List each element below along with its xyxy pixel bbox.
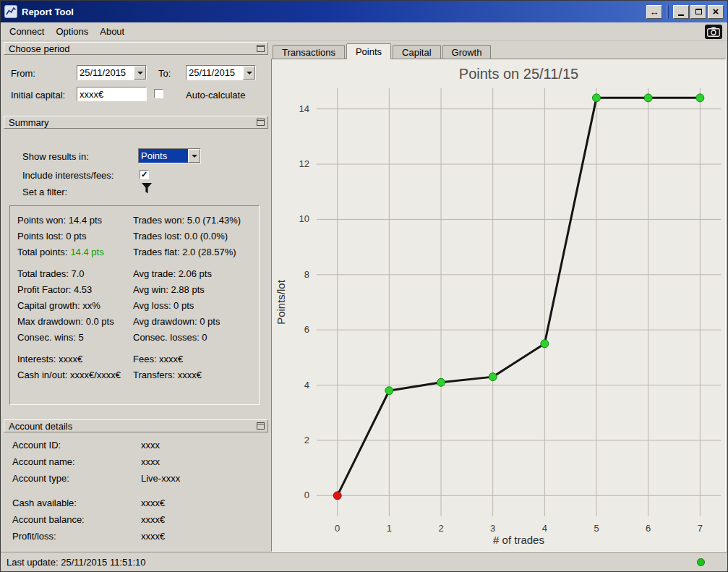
choose-period-title: Choose period (9, 43, 257, 54)
tab-points[interactable]: Points (346, 43, 391, 59)
svg-text:14: 14 (299, 103, 309, 114)
svg-text:2: 2 (304, 435, 309, 445)
account-name-value: xxxx (141, 456, 264, 467)
account-type-label: Account type: (12, 473, 141, 484)
summary-title: Summary (9, 117, 257, 128)
svg-text:# of trades: # of trades (493, 534, 544, 546)
stat-max-drawdown: Max drawdown: 0.0 pts (17, 316, 133, 327)
chart-tab-bar: Transactions Points Capital Growth (271, 43, 726, 59)
svg-text:12: 12 (299, 158, 309, 169)
menu-item-about[interactable]: About (94, 24, 130, 39)
account-type-value: Live-xxxx (141, 473, 264, 484)
profit-loss-label: Profit/loss: (12, 531, 141, 542)
from-date-dropdown-button[interactable] (134, 66, 146, 80)
stat-total-points-value: 14.4 pts (70, 247, 103, 257)
stat-profit-factor: Profit Factor: 4.53 (17, 284, 133, 295)
svg-text:Points/lot: Points/lot (275, 279, 287, 325)
stat-total-points-label: Total points: (17, 247, 67, 257)
stats-group-points: Points won: 14.4 pts Trades won: 5.0 (71… (17, 215, 253, 257)
choose-period-panel: Choose period From: 25/11/2015 To: 25/11… (4, 42, 268, 114)
maximize-button[interactable] (690, 5, 706, 19)
stat-avg-drawdown: Avg drawdown: 0 pts (133, 316, 253, 327)
menu-item-options[interactable]: Options (50, 24, 94, 39)
detach-icon: ↔ (650, 7, 659, 17)
float-panel-icon[interactable] (257, 45, 265, 52)
from-date-value: 25/11/2015 (77, 66, 134, 80)
tab-capital[interactable]: Capital (393, 45, 440, 59)
initial-capital-input[interactable] (77, 87, 147, 101)
include-fees-checkbox[interactable]: ✓ (140, 170, 149, 179)
detach-button[interactable]: ↔ (646, 5, 662, 19)
to-date-value: 25/11/2015 (187, 66, 243, 80)
stat-points-lost: Points lost: 0 pts (17, 231, 133, 242)
stats-group-averages: Total trades: 7.0 Avg trade: 2.06 pts Pr… (17, 268, 253, 343)
account-balance-value: xxxx€ (141, 514, 264, 525)
stats-group-cash: Interests: xxxx€ Fees: xxxx€ Cash in/out… (17, 354, 253, 380)
filter-icon[interactable] (141, 182, 153, 195)
account-balance-label: Account balance: (12, 514, 141, 525)
status-bar: Last update: 25/11/2015 11:51:10 (1, 552, 727, 571)
stat-points-won: Points won: 14.4 pts (17, 215, 133, 226)
to-date-dropdown-button[interactable] (243, 66, 255, 80)
show-results-dropdown-button[interactable] (188, 149, 200, 163)
minimize-icon (678, 14, 684, 16)
show-results-dropdown[interactable]: Points (138, 148, 201, 163)
to-date-dropdown[interactable]: 25/11/2015 (186, 65, 256, 80)
stat-consec-wins: Consec. wins: 5 (17, 332, 133, 343)
account-name-label: Account name: (12, 456, 141, 467)
tab-growth[interactable]: Growth (442, 45, 492, 59)
minimize-button[interactable] (673, 5, 689, 19)
screenshot-button[interactable] (705, 25, 722, 39)
svg-text:4: 4 (304, 380, 309, 390)
svg-text:10: 10 (299, 213, 309, 224)
auto-calculate-checkbox[interactable] (154, 89, 163, 98)
points-chart-panel: 0123456702468101214Points on 25/11/15# o… (271, 59, 726, 552)
stat-total-trades: Total trades: 7.0 (17, 268, 133, 279)
close-button[interactable]: × (708, 5, 724, 19)
stat-trades-flat: Trades flat: 2.0 (28.57%) (133, 247, 253, 257)
svg-text:1: 1 (387, 523, 392, 534)
from-date-dropdown[interactable]: 25/11/2015 (77, 65, 147, 80)
report-tool-window: Report Tool ↔ × Connect Options About Ch… (0, 0, 728, 572)
from-label: From: (11, 68, 35, 79)
stat-avg-loss: Avg loss: 0 pts (133, 300, 253, 311)
stat-avg-win: Avg win: 2.88 pts (133, 284, 253, 295)
svg-text:6: 6 (646, 523, 651, 534)
summary-header: Summary (4, 116, 268, 129)
svg-text:2: 2 (438, 523, 443, 534)
menu-bar: Connect Options About (1, 22, 727, 41)
auto-calculate-label: Auto-calculate (186, 90, 245, 101)
window-title: Report Tool (22, 7, 645, 17)
chevron-down-icon (192, 155, 197, 158)
cash-available-label: Cash available: (12, 498, 141, 508)
svg-text:4: 4 (542, 523, 547, 534)
float-panel-icon[interactable] (257, 422, 265, 430)
account-id-label: Account ID: (12, 440, 141, 451)
stat-trades-won: Trades won: 5.0 (71.43%) (133, 215, 253, 226)
svg-text:6: 6 (304, 324, 309, 335)
summary-panel: Summary Show results in: Points Include … (4, 116, 268, 417)
chevron-down-icon (247, 72, 252, 74)
summary-stats-box: Points won: 14.4 pts Trades won: 5.0 (71… (9, 205, 260, 405)
initial-capital-label: Initial capital: (11, 90, 65, 101)
svg-text:5: 5 (594, 523, 599, 534)
account-id-value: xxxx (141, 440, 264, 451)
float-panel-icon[interactable] (257, 119, 265, 126)
svg-text:3: 3 (490, 523, 495, 534)
set-filter-label: Set a filter: (22, 187, 67, 197)
tab-transactions[interactable]: Transactions (273, 45, 345, 59)
connection-status-indicator (697, 558, 705, 566)
svg-text:8: 8 (304, 269, 309, 280)
stat-cash-in-out: Cash in/out: xxxx€/xxxx€ (17, 370, 133, 380)
menu-item-connect[interactable]: Connect (4, 24, 50, 39)
stat-interests: Interests: xxxx€ (17, 354, 133, 364)
cash-available-value: xxxx€ (141, 498, 264, 508)
stat-avg-trade: Avg trade: 2.06 pts (133, 268, 253, 279)
app-icon (4, 5, 17, 18)
account-details-panel: Account details Account ID: xxxx Account… (4, 419, 268, 548)
show-results-value: Points (139, 149, 188, 163)
stat-consec-losses: Consec. losses: 0 (133, 332, 253, 343)
title-bar[interactable]: Report Tool ↔ × (1, 1, 727, 22)
stat-trades-lost: Trades lost: 0.0 (0.0%) (133, 231, 253, 242)
account-details-header: Account details (4, 419, 268, 432)
